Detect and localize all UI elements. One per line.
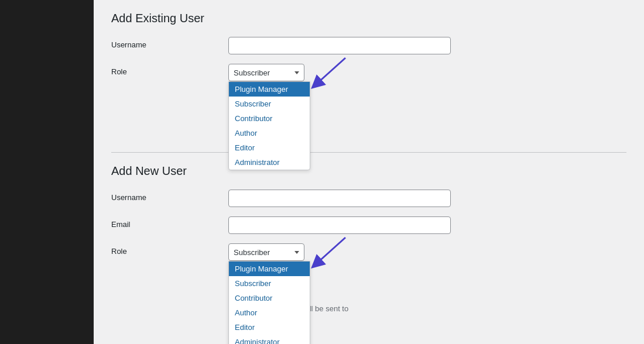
new-add-user-row: Add New User <box>111 322 626 340</box>
existing-role-dropdown: Plugin Manager Subscriber Contributor Au… <box>228 81 310 170</box>
new-email-row: Email <box>111 216 626 234</box>
svg-line-0 <box>316 58 345 84</box>
new-email-field <box>228 216 451 234</box>
new-role-contributor[interactable]: Contributor <box>229 291 310 305</box>
new-role-row: Role Subscriber Plugin Manager Subscribe… <box>111 243 626 261</box>
new-role-dropdown: Plugin Manager Subscriber Contributor Au… <box>228 261 310 344</box>
existing-role-subscriber[interactable]: Subscriber <box>229 97 310 111</box>
existing-role-contributor[interactable]: Contributor <box>229 111 310 126</box>
new-role-container: Subscriber Plugin Manager Subscriber Con… <box>228 243 304 261</box>
new-email-label: Email <box>111 216 228 229</box>
existing-role-row: Role Subscriber Plugin Manager Subscribe… <box>111 64 626 81</box>
new-role-author[interactable]: Author <box>229 305 310 320</box>
existing-role-wrapper: Subscriber Plugin Manager Subscriber Con… <box>228 64 304 81</box>
existing-role-label: Role <box>111 64 228 76</box>
existing-role-container: Subscriber Plugin Manager Subscriber Con… <box>228 64 304 81</box>
new-username-input[interactable] <box>228 190 451 207</box>
existing-role-author[interactable]: Author <box>229 126 310 140</box>
existing-username-row: Username <box>111 37 626 54</box>
existing-username-label: Username <box>111 37 228 49</box>
existing-username-input[interactable] <box>228 37 451 54</box>
add-new-user-title: Add New User <box>111 164 626 178</box>
existing-add-user-row: Add User <box>111 122 626 140</box>
sidebar <box>0 0 94 344</box>
main-content: Add Existing User Username Role Subscrib… <box>94 0 644 344</box>
new-role-chevron-icon <box>294 251 299 254</box>
existing-role-select[interactable]: Subscriber <box>228 64 304 81</box>
existing-role-value: Subscriber <box>234 68 270 77</box>
new-role-subscriber[interactable]: Subscriber <box>229 276 310 291</box>
arrow-annotation-1 <box>304 52 351 99</box>
svg-line-1 <box>316 238 345 264</box>
existing-role-editor[interactable]: Editor <box>229 140 310 155</box>
new-username-field <box>228 190 451 207</box>
new-role-administrator[interactable]: Administrator <box>229 335 310 344</box>
arrow-annotation-2 <box>304 232 351 278</box>
add-existing-user-title: Add Existing User <box>111 12 626 25</box>
new-role-label: Role <box>111 243 228 256</box>
existing-role-administrator[interactable]: Administrator <box>229 155 310 170</box>
new-role-value: Subscriber <box>234 248 270 257</box>
new-role-select[interactable]: Subscriber <box>228 243 304 261</box>
new-username-row: Username <box>111 190 626 207</box>
new-role-plugin-manager[interactable]: Plugin Manager <box>229 262 310 276</box>
new-username-label: Username <box>111 190 228 202</box>
section-divider <box>111 152 626 153</box>
new-role-wrapper: Subscriber Plugin Manager Subscriber Con… <box>228 243 304 261</box>
new-role-editor[interactable]: Editor <box>229 320 310 335</box>
existing-role-plugin-manager[interactable]: Plugin Manager <box>229 82 310 97</box>
existing-role-chevron-icon <box>294 71 299 74</box>
existing-username-field <box>228 37 451 54</box>
new-email-input[interactable] <box>228 216 451 234</box>
password-note-row: A password reset link will be sent to <box>111 302 626 313</box>
